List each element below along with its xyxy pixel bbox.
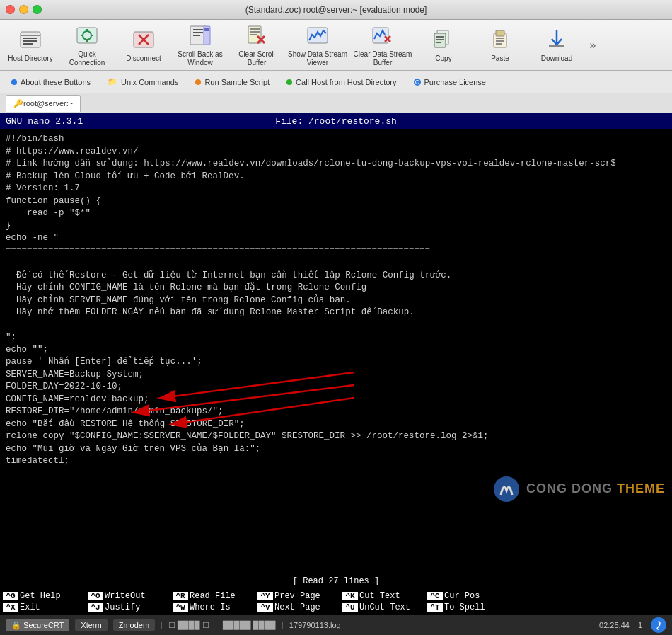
clear-scroll-buffer-label: Clear Scroll Buffer — [229, 50, 284, 67]
shortcut-label-cut-text: Cut Text — [359, 591, 400, 601]
tab-call-label: Call Host from Host Directory — [296, 78, 396, 86]
host-directory-button[interactable]: Host Directory — [3, 23, 58, 68]
show-data-stream-label: Show Data Stream Viewer — [286, 50, 349, 67]
shortcut-label-next-page: Next Page — [274, 602, 320, 612]
disconnect-button[interactable]: Disconnect — [116, 23, 171, 68]
bottom-tab-securecrt[interactable]: 🔒 SecureCRT — [6, 619, 69, 631]
shortcut-next-page[interactable]: ^V Next Page — [255, 602, 340, 613]
bottom-separator-2: | — [215, 621, 217, 629]
copy-icon — [431, 27, 456, 52]
download-icon — [544, 27, 569, 52]
shortcut-key-get-help: ^G — [3, 592, 18, 600]
tab-run-label: Run Sample Script — [204, 78, 270, 86]
svg-rect-21 — [250, 28, 260, 30]
clear-data-stream-button[interactable]: Clear Data Stream Buffer — [351, 23, 415, 68]
shortcut-read-file[interactable]: ^R Read File — [170, 590, 255, 602]
host-directory-icon — [18, 27, 43, 52]
tab-dot-about — [11, 79, 17, 85]
shortcut-row-1: ^G Get Help ^O WriteOut ^R Read File ^Y … — [0, 590, 672, 602]
tab-dot-call — [286, 79, 292, 85]
svg-rect-3 — [23, 40, 37, 42]
window-title: (Standard.zoc) root@server:~ [evaluation… — [245, 5, 427, 15]
shortcut-key-exit: ^X — [3, 603, 18, 612]
disconnect-icon — [131, 27, 156, 52]
terminal[interactable]: #!/bin/bash # https://www.realdev.vn/ # … — [0, 129, 672, 574]
shortcut-label-prev-page: Prev Page — [274, 591, 320, 601]
host-directory-label: Host Directory — [8, 55, 52, 63]
maximize-button[interactable] — [33, 5, 42, 14]
quick-connection-icon — [74, 23, 100, 48]
shortcut-exit[interactable]: ^X Exit — [0, 602, 85, 613]
tab-call-host[interactable]: Call Host from Host Directory — [278, 72, 405, 92]
shortcut-get-help[interactable]: ^G Get Help — [0, 590, 85, 602]
scroll-back-button[interactable]: Scroll Back as Window — [173, 23, 228, 68]
tab-purchase-license[interactable]: Purchase License — [405, 72, 494, 92]
quick-connection-label: Quick Connection — [59, 50, 115, 67]
svg-rect-4 — [23, 43, 33, 45]
shortcut-to-spell[interactable]: ^T To Spell — [424, 602, 509, 613]
clear-scroll-buffer-button[interactable]: Clear Scroll Buffer — [229, 23, 284, 68]
shortcut-key-uncut-text: ^U — [342, 603, 358, 612]
session-tab-item[interactable]: 🔑 root@server:~ — [6, 95, 81, 112]
paste-icon — [487, 27, 513, 52]
svg-rect-37 — [496, 38, 504, 39]
shortcut-key-justify: ^J — [88, 603, 103, 612]
watermark: CONG DONG THEME — [492, 475, 665, 503]
session-tab-label: root@server:~ — [23, 99, 73, 108]
svg-rect-15 — [193, 29, 203, 30]
shortcut-label-justify: Justify — [105, 602, 140, 612]
tab-run-sample[interactable]: Run Sample Script — [187, 72, 278, 92]
bottom-tab-zmodem[interactable]: Zmodem — [113, 619, 155, 631]
shortcut-label-read-file: Read File — [190, 591, 236, 601]
scroll-back-icon — [187, 23, 213, 48]
svg-rect-17 — [193, 35, 200, 36]
tab-about-buttons[interactable]: About these Buttons — [3, 72, 99, 92]
show-data-stream-button[interactable]: Show Data Stream Viewer — [286, 23, 349, 68]
shortcut-cur-pos[interactable]: ^C Cur Pos — [424, 590, 509, 602]
nano-status-text: [ Read 27 lines ] — [287, 575, 385, 588]
shortcut-key-cut-text: ^K — [342, 592, 358, 600]
quick-connection-button[interactable]: Quick Connection — [59, 23, 115, 68]
bottom-checkbox-indicator: ☐ ▉▉▉▉ ☐ — [168, 621, 209, 630]
copy-button[interactable]: Copy — [416, 23, 471, 68]
nano-header: GNU nano 2.3.1 File: /root/restore.sh — [0, 113, 672, 129]
svg-rect-32 — [436, 36, 444, 38]
shortcut-key-where-is: ^W — [173, 603, 188, 612]
svg-rect-1 — [21, 35, 40, 36]
shortcut-label-get-help: Get Help — [20, 591, 61, 601]
minimize-button[interactable] — [19, 5, 28, 14]
shortcut-cut-text[interactable]: ^K Cut Text — [340, 590, 424, 602]
svg-rect-26 — [308, 28, 328, 43]
tab-about-label: About these Buttons — [21, 78, 91, 86]
svg-rect-0 — [21, 32, 40, 47]
download-button[interactable]: Download — [529, 23, 584, 68]
nano-file: File: /root/restore.sh — [236, 116, 437, 127]
main-content: GNU nano 2.3.1 File: /root/restore.sh #!… — [0, 113, 672, 615]
shortcut-where-is[interactable]: ^W Where Is — [170, 602, 255, 613]
shortcut-justify[interactable]: ^J Justify — [85, 602, 170, 613]
title-bar: (Standard.zoc) root@server:~ [evaluation… — [0, 0, 672, 20]
session-tab-icon: 🔑 — [13, 99, 23, 108]
tab-unix-prefix: 📁 — [108, 77, 117, 86]
shortcut-prev-page[interactable]: ^Y Prev Page — [255, 590, 340, 602]
tab-unix-commands[interactable]: 📁 Unix Commands — [99, 72, 187, 92]
disconnect-label: Disconnect — [126, 55, 161, 63]
session-tab-bar: 🔑 root@server:~ — [0, 93, 672, 113]
bottom-logo-icon — [654, 620, 664, 630]
svg-rect-19 — [204, 28, 209, 31]
bottom-right: 02:25:44 1 — [599, 617, 666, 633]
toolbar: Host Directory Quick Connection — [0, 20, 672, 71]
shortcut-uncut-text[interactable]: ^U UnCut Text — [340, 602, 424, 613]
shortcut-label-where-is: Where Is — [190, 602, 231, 612]
bottom-tab-xterm[interactable]: Xterm — [75, 619, 107, 631]
nano-version: GNU nano 2.3.1 — [0, 116, 207, 127]
shortcut-label-writeout: WriteOut — [105, 591, 146, 601]
toolbar-more-button[interactable]: » — [586, 23, 600, 68]
close-button[interactable] — [6, 5, 15, 14]
svg-rect-2 — [23, 38, 37, 39]
bottom-tab-securecrt-label: 🔒 SecureCRT — [11, 621, 64, 629]
bottom-session-log: 179790113.log — [289, 621, 341, 629]
paste-button[interactable]: Paste — [473, 23, 528, 68]
shortcut-writeout[interactable]: ^O WriteOut — [85, 590, 170, 602]
shortcut-key-next-page: ^V — [257, 603, 273, 612]
